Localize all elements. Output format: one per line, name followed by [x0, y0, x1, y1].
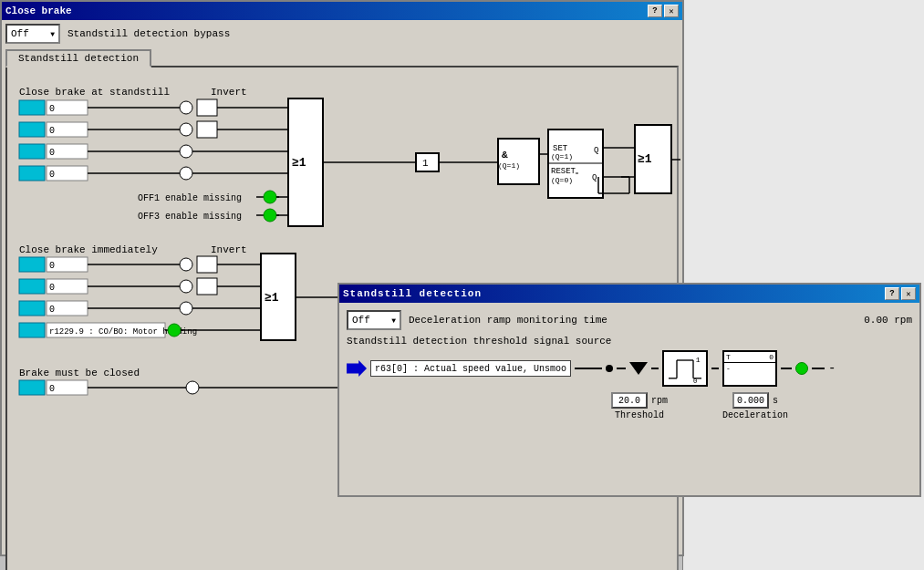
invert-label-top: Invert — [211, 87, 247, 98]
svg-point-18 — [180, 145, 192, 158]
output-green-circle — [795, 362, 808, 375]
signal-line-3 — [651, 368, 659, 369]
bypass-label: Standstill detection bypass — [67, 28, 230, 39]
deceleration-group: 0.000 s Deceleration — [722, 392, 788, 420]
svg-point-57 — [180, 280, 192, 293]
popup-dropdown-label: Deceleration ramp monitoring time — [409, 315, 607, 326]
blue-arrow-icon — [347, 360, 367, 377]
signal-line-6 — [812, 368, 825, 369]
popup-title-bar: Standstill detection ? ✕ — [339, 285, 919, 303]
timer-dash: - — [726, 364, 731, 372]
timer-bottom: - — [724, 363, 775, 373]
timer-box: T 0 - — [722, 350, 777, 387]
svg-point-11 — [180, 123, 192, 136]
or-gate-2: ≥1 — [638, 152, 652, 166]
svg-text:0: 0 — [49, 283, 55, 293]
svg-rect-66 — [19, 323, 45, 337]
popup-title: Standstill detection — [343, 288, 482, 299]
svg-rect-75 — [19, 380, 45, 395]
deceleration-label: Deceleration — [722, 410, 788, 420]
brake-closed-label: Brake must be closed — [19, 368, 140, 378]
threshold-triangle — [629, 362, 648, 375]
svg-text:0: 0 — [693, 378, 697, 385]
svg-point-64 — [180, 302, 192, 315]
svg-text:0: 0 — [49, 384, 55, 394]
bypass-dropdown[interactable]: Off ▼ — [5, 24, 60, 44]
svg-text:≥1: ≥1 — [265, 291, 279, 305]
svg-text:0: 0 — [49, 170, 55, 180]
signal-line-5 — [781, 368, 792, 369]
bypass-dropdown-value: Off — [11, 28, 29, 39]
main-title-bar: Close brake ? ✕ — [2, 2, 682, 20]
svg-rect-53 — [19, 279, 45, 294]
sr-q-bottom: Q — [592, 173, 597, 182]
threshold-value-field[interactable]: 20.0 — [611, 392, 648, 409]
help-button[interactable]: ? — [648, 5, 662, 17]
svg-text:0: 0 — [49, 148, 55, 158]
popup-window: Standstill detection ? ✕ Off ▼ Decelerat… — [337, 283, 921, 497]
small-box-1: 1 — [422, 158, 429, 169]
threshold-value-row: 20.0 rpm — [611, 392, 668, 409]
sr-set-sub: (Q=1) — [551, 152, 573, 161]
close-immediately-label: Close brake immediately — [19, 244, 158, 255]
deceleration-value-field[interactable]: 0.000 — [732, 392, 769, 409]
deceleration-value-row: 0.000 s — [732, 392, 778, 409]
standstill-tab[interactable]: Standstill detection — [5, 49, 151, 67]
title-bar-buttons: ? ✕ — [648, 5, 679, 17]
threshold-label: Threshold — [615, 410, 664, 420]
top-row: Off ▼ Standstill detection bypass — [5, 24, 679, 44]
signal-source-row: r63[0] : Actual speed value, Unsmoo 1 — [347, 350, 912, 387]
source-label: Standstill detection threshold signal so… — [347, 336, 912, 347]
svg-rect-46 — [19, 257, 45, 272]
bypass-dropdown-arrow: ▼ — [50, 30, 55, 38]
off3-label: OFF3 enable missing — [138, 212, 242, 222]
svg-rect-60 — [19, 301, 45, 316]
svg-text:0: 0 — [49, 104, 55, 114]
off1-label: OFF1 enable missing — [138, 193, 242, 203]
rpm-display: 0.00 rpm — [864, 315, 912, 326]
svg-point-24 — [180, 167, 192, 180]
or-gate-1: ≥1 — [292, 156, 306, 170]
invert-label-bottom: Invert — [211, 244, 247, 255]
signal-line-1 — [575, 368, 602, 369]
svg-rect-12 — [197, 121, 217, 138]
svg-point-4 — [180, 101, 192, 114]
close-at-standstill-label: Close brake at standstill — [19, 87, 170, 98]
svg-rect-51 — [197, 256, 217, 273]
popup-close-button[interactable]: ✕ — [901, 287, 916, 300]
values-row: 20.0 rpm Threshold 0.000 s Deceleration — [611, 392, 912, 420]
svg-point-50 — [180, 258, 192, 271]
popup-dropdown-arrow: ▼ — [391, 316, 396, 325]
popup-dropdown-value: Off — [352, 315, 370, 326]
sr-q-top: Q — [594, 146, 598, 155]
popup-title-buttons: ? ✕ — [885, 287, 916, 300]
timer-top: T 0 — [724, 352, 775, 363]
output-dash: - — [828, 361, 836, 376]
svg-rect-5 — [197, 99, 217, 116]
deceleration-unit: s — [773, 396, 778, 406]
svg-point-79 — [186, 381, 199, 394]
svg-point-27 — [264, 191, 276, 203]
svg-text:0: 0 — [49, 261, 55, 271]
svg-rect-14 — [19, 144, 45, 159]
svg-rect-0 — [19, 100, 45, 115]
close-button[interactable]: ✕ — [664, 5, 679, 17]
signal-line-2 — [617, 368, 626, 369]
svg-rect-20 — [19, 166, 45, 181]
threshold-unit: rpm — [651, 396, 668, 406]
popup-content: Off ▼ Deceleration ramp monitoring time … — [339, 303, 919, 428]
svg-point-70 — [168, 324, 181, 337]
source-text-box[interactable]: r63[0] : Actual speed value, Unsmoo — [370, 360, 571, 377]
svg-rect-58 — [197, 278, 217, 295]
popup-dropdown[interactable]: Off ▼ — [347, 310, 401, 330]
scope-box: 1 0 — [662, 350, 708, 387]
and-gate: & — [502, 150, 508, 161]
svg-rect-7 — [19, 122, 45, 137]
popup-help-button[interactable]: ? — [885, 287, 899, 300]
svg-point-30 — [264, 209, 276, 222]
svg-text:0: 0 — [49, 305, 55, 315]
sr-reset-sub: (Q=0) — [551, 176, 573, 184]
and-gate-sub: (Q=1) — [498, 161, 520, 170]
main-window-title: Close brake — [5, 5, 72, 16]
svg-text:1: 1 — [696, 356, 701, 364]
